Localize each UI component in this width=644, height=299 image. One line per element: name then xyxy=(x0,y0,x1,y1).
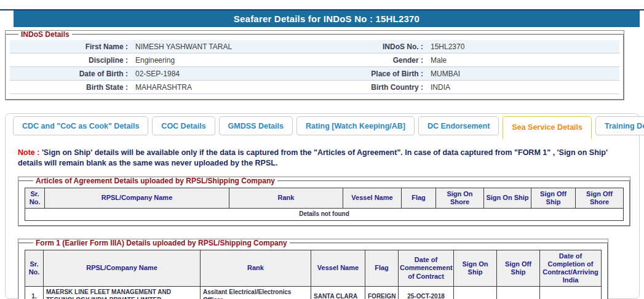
cell-flag: FOREIGN xyxy=(365,287,399,299)
discipline-value: Engineering xyxy=(133,56,317,65)
col-sign-on-shore: Sign On Shore xyxy=(436,188,484,208)
col-flag: Flag xyxy=(365,250,399,287)
tab-rating-watch-keeping-ab[interactable]: Rating [Watch Keeping/AB] xyxy=(296,116,415,135)
tab-dc-endorsement[interactable]: DC Endorsement xyxy=(418,116,499,135)
col-date-of-completion: Date of Completion of Contract/Arriving … xyxy=(540,250,602,287)
form1-legend: Form 1 (Earlier Form IIIA) Details uploa… xyxy=(33,239,290,247)
articles-of-agreement-legend: Articles of Agreement Details uploaded b… xyxy=(33,177,277,185)
place-of-birth-value: MUMBAI xyxy=(428,70,619,78)
indos-row-2: Discipline : Engineering Gender : Male xyxy=(10,54,619,67)
birth-state-value: MAHARASHTRA xyxy=(133,83,317,92)
articles-empty-row: Details not found xyxy=(25,209,624,221)
articles-of-agreement-table: Sr. No. RPSL/Company Name Rank Vessel Na… xyxy=(25,188,624,221)
cell-rank: Assitant Electrical/Electronics Officer xyxy=(201,287,311,299)
articles-of-agreement-fieldset: Articles of Agreement Details uploaded b… xyxy=(18,177,630,226)
first-name-value: NIMESH YASHWANT TARAL xyxy=(133,42,317,51)
form1-header-row: Sr. No. RPSL/Company Name Rank Vessel Na… xyxy=(25,250,602,287)
cell-sr-no: 1. xyxy=(25,287,44,299)
tab-cdc-coc-as-cook-details[interactable]: CDC and "CoC as Cook" Details xyxy=(13,116,148,135)
gender-value: Male xyxy=(428,56,619,65)
cell-date-of-completion xyxy=(540,287,602,299)
cell-date-of-commencement: 25-OCT-2018 xyxy=(399,287,454,299)
col-vessel-name: Vessel Name xyxy=(343,188,402,208)
tab-training-details[interactable]: Training Details xyxy=(595,116,644,135)
birth-country-label: Birth Country : xyxy=(317,83,428,92)
col-sign-off-ship: Sign Off Ship xyxy=(531,188,576,208)
birth-country-value: INDIA xyxy=(428,83,619,92)
col-sign-off-shore: Sign Off Shore xyxy=(576,188,624,208)
form1-table: Sr. No. RPSL/Company Name Rank Vessel Na… xyxy=(25,250,602,299)
discipline-label: Discipline : xyxy=(10,56,133,65)
date-of-birth-value: 02-SEP-1984 xyxy=(133,70,317,78)
col-rpsl-company-name: RPSL/Company Name xyxy=(45,188,229,208)
col-sign-on-ship: Sign On Ship xyxy=(484,188,531,208)
first-name-label: First Name : xyxy=(10,42,133,51)
indos-no-label: INDoS No. : xyxy=(317,42,428,51)
tab-gmdss-details[interactable]: GMDSS Details xyxy=(219,116,293,135)
cell-vessel-name: SANTA CLARA xyxy=(311,287,365,299)
tab-coc-details[interactable]: COC Details xyxy=(152,116,215,135)
col-rank: Rank xyxy=(229,188,343,208)
details-tab-panel: CDC and "CoC as Cook" Details COC Detail… xyxy=(5,113,640,299)
place-of-birth-label: Place of Birth : xyxy=(317,70,428,78)
sign-on-ship-note: Note : 'Sign on Ship' details will be av… xyxy=(18,148,624,169)
form1-data-row: 1. MAERSK LINE FLEET MANAGEMENT AND TECH… xyxy=(25,287,602,299)
indos-no-value: 15HL2370 xyxy=(428,42,619,51)
indos-details-fieldset: INDoS Details First Name : NIMESH YASHWA… xyxy=(5,30,624,100)
birth-state-label: Birth State : xyxy=(10,83,133,92)
cell-sign-on-ship xyxy=(454,287,497,299)
col-sign-on-ship: Sign On Ship xyxy=(454,250,497,287)
tab-strip: CDC and "CoC as Cook" Details COC Detail… xyxy=(6,114,639,139)
col-vessel-name: Vessel Name xyxy=(311,250,365,287)
col-rank: Rank xyxy=(201,250,311,287)
col-sr-no: Sr. No. xyxy=(25,188,45,208)
col-sr-no: Sr. No. xyxy=(25,250,44,287)
col-flag: Flag xyxy=(402,188,436,208)
note-prefix: Note : xyxy=(18,148,39,157)
date-of-birth-label: Date of Birth : xyxy=(10,70,133,78)
cell-rpsl-company-name: MAERSK LINE FLEET MANAGEMENT AND TECHNOL… xyxy=(44,287,201,299)
gender-label: Gender : xyxy=(317,56,428,65)
cell-sign-off-ship xyxy=(497,287,540,299)
tab-sea-service-details[interactable]: Sea Service Details xyxy=(503,116,592,139)
col-rpsl-company-name: RPSL/Company Name xyxy=(44,250,201,287)
page-title-bar: Seafarer Details for INDoS No : 15HL2370 xyxy=(14,10,640,27)
form1-fieldset: Form 1 (Earlier Form IIIA) Details uploa… xyxy=(18,239,608,299)
articles-header-row: Sr. No. RPSL/Company Name Rank Vessel Na… xyxy=(25,188,624,208)
indos-row-3: Date of Birth : 02-SEP-1984 Place of Bir… xyxy=(10,67,619,81)
col-date-of-commencement: Date of Commencement of Contract xyxy=(399,250,454,287)
note-text: 'Sign on Ship' details will be available… xyxy=(18,148,608,167)
indos-details-legend: INDoS Details xyxy=(18,30,72,39)
indos-row-1: First Name : NIMESH YASHWANT TARAL INDoS… xyxy=(10,40,619,54)
indos-row-4: Birth State : MAHARASHTRA Birth Country … xyxy=(10,81,619,94)
details-not-found-message: Details not found xyxy=(25,209,624,221)
col-sign-off-ship: Sign Off Ship xyxy=(497,250,540,287)
page-title: Seafarer Details for INDoS No : 15HL2370 xyxy=(234,14,419,24)
